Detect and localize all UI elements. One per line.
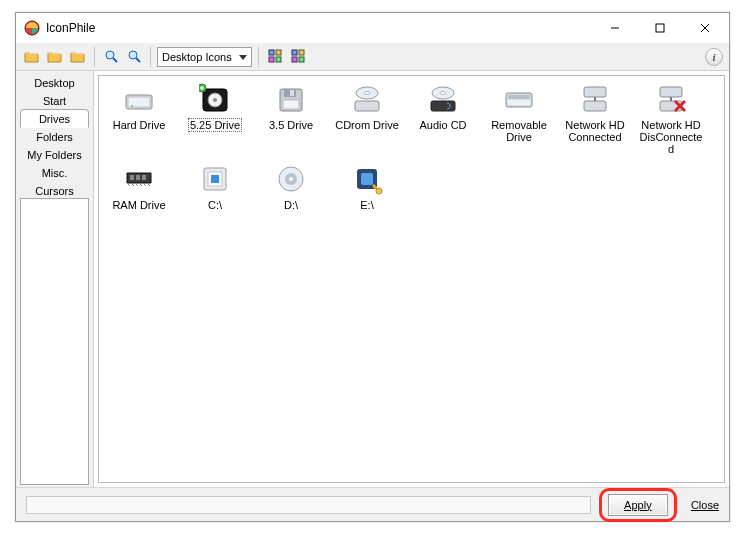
audio-cd-icon [426,82,460,116]
app-icon [24,20,40,36]
drive-item-net-hd[interactable]: Network HD Connected [557,80,633,160]
status-bar [26,496,591,514]
sidebar-tab-start[interactable]: Start [20,91,89,110]
net-hd-icon [578,82,612,116]
drive-item-cdrom[interactable]: CDrom Drive [329,80,405,160]
hard-drive-icon [122,82,156,116]
drive-item-label: D:\ [282,198,300,212]
drive-c-icon [198,162,232,196]
drive-item-label: Audio CD [417,118,468,132]
drive-item-drive-d[interactable]: D:\ [253,160,329,216]
drive-item-label: RAM Drive [110,198,167,212]
dropdown-value: Desktop Icons [162,51,232,63]
help-button[interactable]: i [705,48,723,66]
drive-item-label: Network HD DisConnected [635,118,707,156]
toolbar-separator [150,47,151,67]
drive-item-audio-cd[interactable]: Audio CD [405,80,481,160]
magnifier-icon[interactable] [124,47,144,67]
toolbar-separator [258,47,259,67]
drive-item-label: 5.25 Drive [188,118,242,132]
floppy-525-icon [198,82,232,116]
removable-icon [502,82,536,116]
apply-highlight: Apply [599,488,677,522]
search-icon[interactable] [101,47,121,67]
drive-item-floppy-525[interactable]: 5.25 Drive [177,80,253,160]
drive-item-label: E:\ [358,198,375,212]
body-area: DesktopStartDrivesFoldersMy FoldersMisc.… [16,71,729,487]
drive-e-icon [350,162,384,196]
window-title: IconPhile [46,21,592,35]
cdrom-icon [350,82,384,116]
drive-item-label: Hard Drive [111,118,168,132]
grid-toggle-icon[interactable] [265,47,285,67]
open-folder2-icon[interactable] [45,47,65,67]
net-hd-off-icon [654,82,688,116]
close-button[interactable] [682,14,727,42]
drive-item-label: Network HD Connected [559,118,631,144]
svg-rect-46 [656,24,664,32]
window-frame: IconPhile Desktop Icons i DesktopStartDr… [15,12,730,522]
apply-button[interactable]: Apply [608,494,668,516]
drive-item-removable[interactable]: Removable Drive [481,80,557,160]
drive-item-ram[interactable]: RAM Drive [101,160,177,216]
floppy-35-icon [274,82,308,116]
titlebar: IconPhile [16,13,729,43]
drive-item-floppy-35[interactable]: 3.5 Drive [253,80,329,160]
close-link[interactable]: Close [691,499,719,511]
maximize-button[interactable] [637,14,682,42]
sidebar-tab-folders[interactable]: Folders [20,127,89,146]
drive-item-label: C:\ [206,198,224,212]
drive-item-label: 3.5 Drive [267,118,315,132]
drive-item-hard-drive[interactable]: Hard Drive [101,80,177,160]
sidebar-tab-desktop[interactable]: Desktop [20,73,89,92]
icon-list-pane[interactable]: Hard Drive5.25 Drive3.5 DriveCDrom Drive… [98,75,725,483]
open-folder-icon[interactable] [22,47,42,67]
toolbar: Desktop Icons i [16,43,729,71]
drive-d-icon [274,162,308,196]
sidebar-tab-my-folders[interactable]: My Folders [20,145,89,164]
sidebar-tab-misc-[interactable]: Misc. [20,163,89,182]
open-folder3-icon[interactable] [68,47,88,67]
drive-item-net-hd-off[interactable]: Network HD DisConnected [633,80,709,160]
minimize-button[interactable] [592,14,637,42]
drive-item-drive-e[interactable]: E:\ [329,160,405,216]
drive-item-drive-c[interactable]: C:\ [177,160,253,216]
icon-set-dropdown[interactable]: Desktop Icons [157,47,252,67]
footer: Apply Close [16,487,729,521]
sidebar-panel [20,198,89,485]
drive-item-label: Removable Drive [483,118,555,144]
drive-item-label: CDrom Drive [333,118,401,132]
sidebar: DesktopStartDrivesFoldersMy FoldersMisc.… [16,71,94,487]
sidebar-tab-drives[interactable]: Drives [20,109,89,128]
options-icon[interactable] [288,47,308,67]
toolbar-separator [94,47,95,67]
ram-icon [122,162,156,196]
